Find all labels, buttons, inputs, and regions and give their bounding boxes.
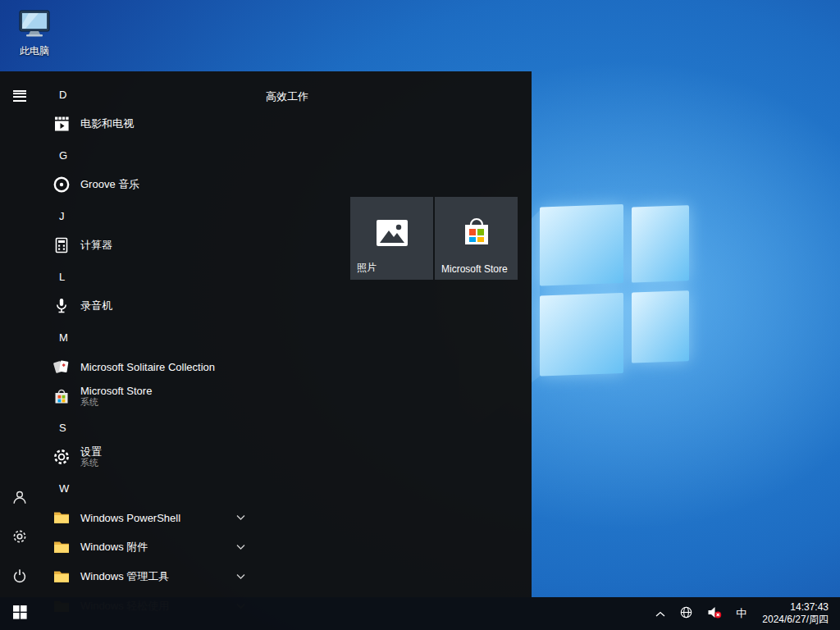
section-letter-label: S bbox=[59, 422, 66, 434]
rail-spacer bbox=[0, 111, 39, 479]
ime-indicator[interactable]: 中 bbox=[734, 597, 748, 630]
app-label: Windows 附件 bbox=[80, 540, 148, 555]
folder-item-windows-powershell[interactable]: Windows PowerShell bbox=[39, 503, 318, 532]
settings-button[interactable] bbox=[0, 518, 39, 558]
calculator-icon bbox=[51, 235, 72, 256]
section-letter-l[interactable]: L bbox=[39, 262, 318, 291]
volume-muted-icon bbox=[707, 605, 722, 623]
settings-gear-icon bbox=[51, 446, 72, 468]
settings-gear-icon bbox=[11, 527, 29, 549]
ime-label: 中 bbox=[736, 606, 746, 621]
app-label: Microsoft Solitaire Collection bbox=[80, 361, 215, 373]
groove-music-icon bbox=[51, 174, 72, 195]
app-label: 计算器 bbox=[80, 238, 112, 253]
desktop-icon-label: 此电脑 bbox=[11, 44, 57, 58]
section-letter-label: L bbox=[59, 271, 65, 283]
section-letter-label: M bbox=[59, 331, 68, 344]
tile-group-title[interactable]: 高效工作 bbox=[266, 89, 308, 104]
store-icon bbox=[51, 386, 72, 407]
section-letter-g[interactable]: G bbox=[39, 140, 318, 170]
chevron-down-icon[interactable] bbox=[236, 545, 245, 550]
app-label: 录音机 bbox=[80, 299, 112, 313]
movies-tv-icon bbox=[51, 113, 72, 135]
start-menu: D 电影和电视 G bbox=[0, 71, 532, 597]
tile-label: Microsoft Store bbox=[441, 263, 508, 275]
folder-icon bbox=[51, 566, 72, 587]
user-icon bbox=[11, 488, 29, 509]
computer-icon bbox=[17, 28, 52, 42]
app-item-movies-tv[interactable]: 电影和电视 bbox=[39, 109, 318, 139]
app-item-groove-music[interactable]: Groove 音乐 bbox=[39, 170, 318, 199]
section-letter-w[interactable]: W bbox=[39, 473, 318, 503]
app-label: Windows 管理工具 bbox=[80, 569, 169, 584]
section-letter-label: J bbox=[59, 210, 65, 222]
section-letter-s[interactable]: S bbox=[39, 413, 318, 442]
network-status-button[interactable] bbox=[678, 597, 695, 630]
power-button[interactable] bbox=[0, 558, 39, 597]
voice-recorder-icon bbox=[51, 295, 72, 317]
desktop-icon-this-pc[interactable]: 此电脑 bbox=[11, 8, 57, 58]
power-icon bbox=[11, 567, 29, 588]
volume-button[interactable] bbox=[705, 597, 724, 630]
app-item-voice-recorder[interactable]: 录音机 bbox=[39, 291, 318, 321]
start-button[interactable] bbox=[0, 597, 39, 630]
start-menu-app-list: D 电影和电视 G bbox=[39, 80, 318, 621]
photos-icon bbox=[373, 216, 411, 253]
section-letter-label: W bbox=[59, 482, 69, 495]
expand-menu-button[interactable] bbox=[0, 71, 39, 111]
app-item-solitaire[interactable]: Microsoft Solitaire Collection bbox=[39, 352, 318, 381]
folder-item-windows-accessories[interactable]: Windows 附件 bbox=[39, 532, 318, 562]
taskbar: 中 14:37:43 2024/6/27/周四 bbox=[0, 597, 840, 630]
folder-icon bbox=[51, 536, 72, 558]
folder-item-windows-admin-tools[interactable]: Windows 管理工具 bbox=[39, 562, 318, 591]
user-account-button[interactable] bbox=[0, 479, 39, 518]
app-label: 设置 bbox=[80, 446, 102, 458]
app-subtitle: 系统 bbox=[80, 397, 152, 407]
store-bag-icon bbox=[459, 216, 494, 253]
network-globe-icon bbox=[679, 605, 693, 623]
taskbar-clock[interactable]: 14:37:43 2024/6/27/周四 bbox=[759, 601, 832, 626]
section-letter-label: G bbox=[59, 149, 67, 162]
app-label: Groove 音乐 bbox=[80, 177, 139, 192]
app-item-settings[interactable]: 设置 系统 bbox=[39, 442, 318, 472]
tile-label: 照片 bbox=[357, 261, 377, 275]
windows-logo-icon bbox=[13, 605, 27, 623]
app-subtitle: 系统 bbox=[80, 458, 102, 468]
app-item-microsoft-store[interactable]: Microsoft Store 系统 bbox=[39, 381, 318, 411]
chevron-up-icon bbox=[655, 606, 665, 621]
app-item-calculator[interactable]: 计算器 bbox=[39, 231, 318, 260]
app-label: Microsoft Store bbox=[80, 386, 152, 397]
start-menu-rail bbox=[0, 71, 39, 597]
system-tray: 中 14:37:43 2024/6/27/周四 bbox=[654, 597, 840, 630]
app-text: Microsoft Store 系统 bbox=[80, 386, 152, 407]
tile-microsoft-store[interactable]: Microsoft Store bbox=[435, 197, 518, 280]
solitaire-icon bbox=[51, 356, 72, 377]
clock-date: 2024/6/27/周四 bbox=[762, 614, 829, 626]
clock-time: 14:37:43 bbox=[762, 601, 829, 614]
folder-icon bbox=[51, 507, 72, 528]
app-text: 设置 系统 bbox=[80, 446, 102, 468]
section-letter-label: D bbox=[59, 89, 66, 101]
chevron-down-icon[interactable] bbox=[236, 574, 245, 580]
app-label: Windows PowerShell bbox=[80, 512, 180, 524]
desktop-screen: 此电脑 bbox=[0, 0, 840, 630]
section-letter-j[interactable]: J bbox=[39, 201, 318, 231]
section-letter-m[interactable]: M bbox=[39, 322, 318, 352]
tile-grid: 照片 Microsoft Store bbox=[350, 197, 518, 280]
tile-photos[interactable]: 照片 bbox=[350, 197, 433, 280]
chevron-down-icon[interactable] bbox=[236, 515, 245, 521]
app-label: 电影和电视 bbox=[80, 116, 134, 131]
tray-overflow-button[interactable] bbox=[654, 597, 667, 630]
hamburger-icon bbox=[13, 90, 26, 92]
